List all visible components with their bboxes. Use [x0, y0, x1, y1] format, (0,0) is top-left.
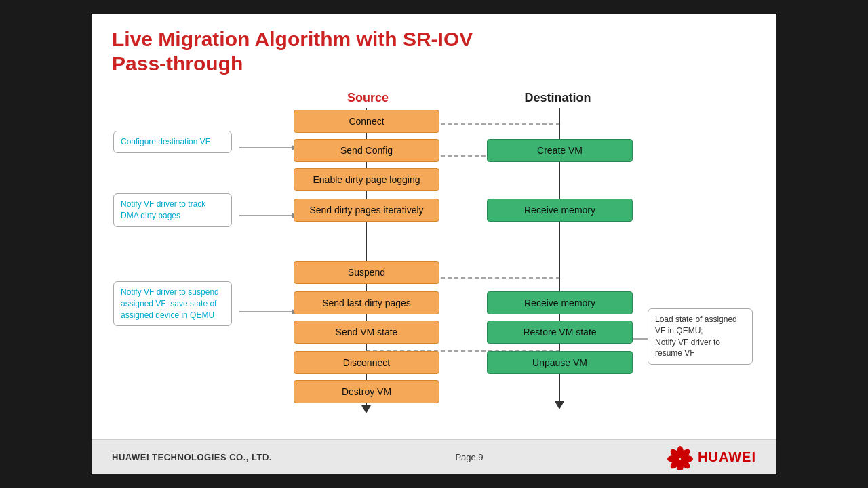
dest-label: Destination [485, 91, 631, 105]
dest-unpausevm-box: Unpause VM [487, 351, 633, 374]
svg-marker-15 [361, 405, 371, 413]
source-dirtypagelog-box: Enable dirty page logging [294, 168, 439, 191]
dest-restorevmstate-box: Restore VM state [487, 321, 633, 344]
annotation-notify-track: Notify VF driver to track DMA dirty page… [113, 193, 232, 227]
huawei-logo-text: HUAWEI [698, 449, 756, 465]
dest-receivememory2-box: Receive memory [487, 291, 633, 314]
title-line1: Live Migration Algorithm with SR-IOV [112, 28, 473, 50]
annotation-configure-vf: Configure destination VF [113, 131, 232, 153]
annotation-notify-suspend: Notify VF driver to suspend assigned VF;… [113, 281, 232, 326]
slide: Live Migration Algorithm with SR-IOV Pas… [92, 14, 776, 474]
source-dirtypages-box: Send dirty pages iteratively [294, 199, 439, 222]
huawei-logo-icon [667, 445, 694, 470]
source-label: Source [295, 91, 441, 105]
annotation-load-state: Load state of assigned VF in QEMU; Notif… [648, 308, 753, 365]
footer-company: HUAWEI TECHNOLOGIES CO., LTD. [112, 452, 272, 462]
title-line2: Pass-through [112, 52, 243, 75]
source-vmstate-box: Send VM state [294, 321, 439, 344]
diagram: Source Destination Connect Send Config E… [112, 88, 756, 420]
footer-page: Page 9 [455, 452, 483, 462]
dest-receivememory1-box: Receive memory [487, 199, 633, 222]
source-lastdirty-box: Send last dirty pages [294, 291, 439, 314]
source-destroyvm-box: Destroy VM [294, 380, 439, 403]
dest-createvm-box: Create VM [487, 139, 633, 162]
footer: HUAWEI TECHNOLOGIES CO., LTD. Page 9 HUA… [92, 439, 776, 474]
source-connect-box: Connect [294, 110, 439, 133]
slide-body: Live Migration Algorithm with SR-IOV Pas… [92, 14, 776, 439]
svg-marker-17 [555, 401, 564, 409]
source-disconnect-box: Disconnect [294, 351, 439, 374]
footer-logo: HUAWEI [667, 445, 756, 470]
source-sendconfig-box: Send Config [294, 139, 439, 162]
source-suspend-box: Suspend [294, 261, 439, 284]
slide-title: Live Migration Algorithm with SR-IOV Pas… [112, 27, 756, 76]
